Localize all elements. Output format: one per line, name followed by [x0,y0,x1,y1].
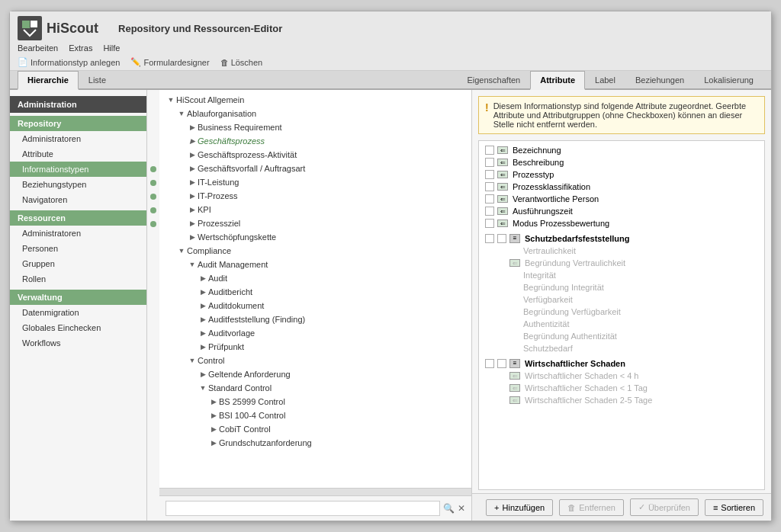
tree-item[interactable]: ▶BSI 100-4 Control [159,409,471,422]
tree-item[interactable]: ▶Auditbericht [159,285,471,299]
dot-5 [150,221,156,227]
trash-icon: 🗑 [220,58,229,67]
clear-icon[interactable]: ✕ [458,503,465,514]
add-button[interactable]: + Hinzufügen [486,499,553,516]
doc-icon: 📄 [18,57,28,67]
sort-button[interactable]: ≡ Sortieren [705,499,763,516]
sidebar-admin-header: Administration [10,96,146,113]
tab-label[interactable]: Label [585,71,625,90]
attr-row: Schutzbedarf [482,342,761,354]
attr-row: Integrität [482,269,761,281]
tab-attribute[interactable]: Attribute [530,71,585,90]
tree-item[interactable]: ▶CobiT Control [159,422,471,436]
remove-button[interactable]: 🗑 Entfernen [559,499,624,516]
tree-item[interactable]: ▼Ablauforganisation [159,107,471,120]
horizontal-scrollbar[interactable] [159,488,471,495]
tree-item[interactable]: ▶Prüfpunkt [159,340,471,354]
attr-row: ⇐Wirtschaftlicher Schaden < 4 h [482,370,761,382]
tree-item[interactable]: ▼HiScout Allgemein [159,93,471,107]
attr-row: Begründung Verfügbarkeit [482,306,761,318]
window-title: Repository und Ressourcen-Editor [118,23,282,34]
tree-item[interactable]: ▶Prozessziel [159,216,471,230]
tab-liste[interactable]: Liste [79,71,116,90]
tree-item[interactable]: ▶Auditvorlage [159,326,471,340]
verify-button[interactable]: ✓ Überprüfen [630,498,699,516]
tree-item[interactable]: ▶Wertschöpfungskette [159,230,471,244]
attr-row[interactable]: ⇐Ausführungszeit [482,205,761,217]
sidebar-item-administratoren[interactable]: Administratoren [10,131,146,146]
tree-item[interactable]: ▶Audit [159,271,471,285]
attr-row[interactable]: ⇐Verantwortliche Person [482,193,761,205]
tree-item[interactable]: ▼Compliance [159,244,471,258]
attr-row[interactable]: ⇐Prozessklassifikation [482,181,761,193]
sidebar-item-workflows[interactable]: Workflows [10,335,146,351]
attr-row[interactable]: ⇐Beschreibung [482,156,761,168]
attr-row: ⇐Wirtschaftlicher Schaden < 1 Tag [482,382,761,394]
dot-3 [150,194,156,200]
sidebar-item-globales[interactable]: Globales Einchecken [10,320,146,335]
attr-row[interactable]: ⇐Prozesstyp [482,168,761,181]
add-icon: + [494,503,499,512]
dot-4 [150,207,156,213]
sidebar-dots [147,90,159,521]
edit-icon: ✏️ [130,57,141,67]
attr-row: ⇐Begründung Vertraulichkeit [482,257,761,269]
toolbar-anlegen[interactable]: 📄 Informationstyp anlegen [18,57,120,67]
attr-row[interactable]: ≡Schutzbedarfsfeststellung [482,232,761,245]
menu-hilfe[interactable]: Hilfe [103,43,120,53]
sidebar-mgmt-header: Verwaltung [10,290,146,305]
tree-item[interactable]: ▶IT-Leistung [159,175,471,189]
tree-item[interactable]: ▶Auditdokument [159,299,471,312]
search-input[interactable] [166,501,440,516]
attr-row: Begründung Integrität [482,281,761,293]
search-bar: 🔍 ✕ [159,495,471,521]
sidebar-item-attribute[interactable]: Attribute [10,146,146,162]
tree-item[interactable]: ▶Geschäftsprozess [159,134,471,148]
tree-item[interactable]: ▼Audit Management [159,258,471,271]
tree-item[interactable]: ▶IT-Prozess [159,189,471,203]
sidebar-item-res-administratoren[interactable]: Administratoren [10,226,146,241]
warning-icon: ! [485,101,489,114]
attr-row[interactable]: ⇐Modus Prozessbewertung [482,217,761,229]
menu-bearbeiten[interactable]: Bearbeiten [18,43,58,53]
attr-row: Vertraulichkeit [482,245,761,257]
attr-row[interactable]: ⇐Bezeichnung [482,144,761,156]
search-icon[interactable]: 🔍 [443,503,455,514]
svg-rect-1 [31,21,37,27]
app-logo [18,16,42,40]
tree-item[interactable]: ▼Control [159,354,471,367]
tree-item[interactable]: ▶Business Requirement [159,120,471,134]
action-bar: + Hinzufügen 🗑 Entfernen ✓ Überprüfen ≡ … [472,493,771,521]
tab-eigenschaften[interactable]: Eigenschaften [457,71,530,90]
sidebar-item-rollen[interactable]: Rollen [10,271,146,287]
tree-item[interactable]: ▶Geschäftsprozess-Aktivität [159,148,471,162]
tree-item[interactable]: ▶Grundschutzanforderung [159,436,471,450]
sidebar-item-informationstypen[interactable]: Informationstypen [10,162,146,177]
attr-row[interactable]: ≡Wirtschaftlicher Schaden [482,357,761,370]
tree-item[interactable]: ▶KPI [159,203,471,216]
sidebar-item-gruppen[interactable]: Gruppen [10,256,146,271]
remove-icon: 🗑 [567,503,576,512]
sidebar-item-datenmigration[interactable]: Datenmigration [10,305,146,320]
tree-container[interactable]: ▼HiScout Allgemein▼Ablauforganisation▶Bu… [159,90,471,488]
tree-item[interactable]: ▶BS 25999 Control [159,395,471,409]
attr-row: Authentizität [482,318,761,330]
toolbar-formulardesigner[interactable]: ✏️ Formulardesigner [130,57,209,67]
tree-item[interactable]: ▶Geschäftsvorfall / Auftragsart [159,162,471,175]
tab-hierarchie[interactable]: Hierarchie [18,71,79,90]
sidebar-item-beziehungstypen[interactable]: Beziehungstypen [10,177,146,192]
tree-item[interactable]: ▼Standard Control [159,381,471,395]
attribute-list[interactable]: ⇐Bezeichnung⇐Beschreibung⇐Prozesstyp⇐Pro… [478,140,765,490]
sidebar-item-navigatoren[interactable]: Navigatoren [10,192,146,207]
tab-lokalisierung[interactable]: Lokalisierung [694,71,763,90]
sidebar-item-personen[interactable]: Personen [10,241,146,256]
sidebar: Administration Repository Administratore… [10,90,147,521]
tree-item[interactable]: ▶Auditfeststellung (Finding) [159,312,471,326]
svg-rect-0 [22,21,30,28]
tab-beziehungen[interactable]: Beziehungen [625,71,694,90]
tree-item[interactable]: ▶Geltende Anforderung [159,367,471,381]
menu-extras[interactable]: Extras [69,43,92,53]
tab-bar: Hierarchie Liste Eigenschaften Attribute… [10,71,771,90]
toolbar-loschen[interactable]: 🗑 Löschen [220,57,263,67]
menu-bar: Bearbeiten Extras Hilfe [18,43,763,53]
